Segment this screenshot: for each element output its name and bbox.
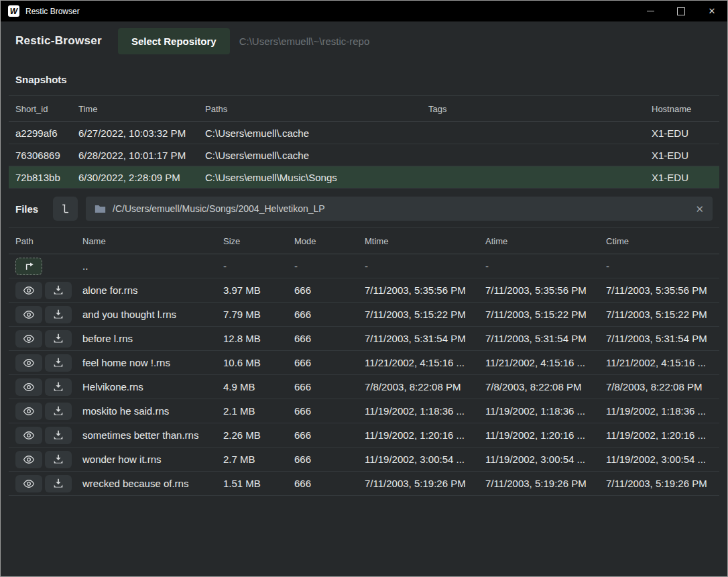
file-size: 2.26 MB — [217, 429, 288, 441]
file-size: 2.7 MB — [217, 454, 288, 465]
download-file-button[interactable] — [45, 282, 72, 299]
file-size: 4.9 MB — [217, 381, 288, 392]
column-header-mtime: Mtime — [358, 236, 479, 246]
files-table-body: ..----- alone for.rns3.97 MB6667/11/2003… — [9, 254, 719, 496]
column-header-name: Name — [76, 236, 217, 246]
minimize-icon — [647, 11, 654, 11]
file-mtime: 7/11/2003, 5:15:22 PM — [358, 309, 479, 320]
close-icon: ✕ — [709, 6, 716, 16]
file-size: 2.1 MB — [217, 405, 288, 417]
select-repository-button[interactable]: Select Repository — [118, 28, 230, 54]
header-toolbar: Restic-Browser Select Repository C:\User… — [1, 21, 727, 60]
file-mode: 666 — [288, 429, 358, 441]
download-icon — [53, 406, 64, 416]
file-actions — [9, 258, 76, 275]
app-window: W Restic Browser ✕ Restic-Browser Select… — [0, 0, 728, 577]
maximize-icon — [677, 7, 685, 15]
download-file-button[interactable] — [45, 475, 72, 492]
tree-view-icon — [60, 203, 71, 215]
preview-file-button[interactable] — [15, 427, 42, 444]
preview-file-button[interactable] — [15, 354, 42, 372]
file-mtime: 11/19/2002, 1:18:36 ... — [358, 405, 479, 417]
file-actions — [9, 282, 76, 299]
file-atime: - — [479, 260, 599, 272]
file-name: sometimes better than.rns — [76, 429, 217, 441]
file-actions — [9, 330, 76, 348]
minimize-button[interactable] — [635, 1, 666, 21]
download-icon — [53, 454, 64, 464]
maximize-button[interactable] — [666, 1, 696, 21]
file-ctime: 7/11/2003, 5:35:56 PM — [599, 284, 719, 296]
download-file-button[interactable] — [45, 451, 72, 468]
download-file-button[interactable] — [45, 378, 72, 396]
preview-file-button[interactable] — [15, 306, 42, 323]
close-button[interactable]: ✕ — [696, 1, 727, 21]
column-header-paths: Paths — [198, 104, 422, 114]
snapshot-hostname: X1-EDU — [645, 172, 719, 183]
window-title: Restic Browser — [25, 7, 80, 16]
file-mode: 666 — [288, 405, 358, 417]
preview-file-button[interactable] — [15, 330, 42, 348]
file-atime: 7/11/2003, 5:19:26 PM — [479, 478, 599, 489]
snapshot-time: 6/27/2022, 10:03:32 PM — [72, 127, 198, 139]
file-actions — [9, 403, 76, 420]
file-atime: 11/19/2002, 3:00:54 ... — [479, 454, 599, 465]
titlebar-left: W Restic Browser — [1, 5, 80, 17]
file-name: Helvikone.rns — [76, 381, 217, 392]
file-mtime: 7/8/2003, 8:22:08 PM — [358, 381, 479, 392]
file-row: and you thought l.rns7.79 MB6667/11/2003… — [9, 303, 719, 327]
file-ctime: 11/21/2002, 4:15:16 ... — [599, 357, 719, 368]
download-file-button[interactable] — [45, 330, 72, 348]
file-name: wonder how it.rns — [76, 454, 217, 465]
file-size: 10.6 MB — [217, 357, 288, 368]
preview-file-button[interactable] — [15, 475, 42, 492]
eye-preview-icon — [23, 382, 35, 392]
file-ctime: 11/19/2002, 1:20:16 ... — [599, 429, 719, 441]
file-name: feel home now !.rns — [76, 357, 217, 368]
file-actions — [9, 475, 76, 492]
preview-file-button[interactable] — [15, 378, 42, 396]
clear-path-button[interactable]: ✕ — [695, 204, 704, 214]
parent-up-arrow-icon — [23, 261, 35, 271]
file-actions — [9, 451, 76, 468]
snapshot-row[interactable]: 72b813bb6/30/2022, 2:28:09 PMC:\Users\em… — [9, 166, 719, 189]
snapshot-short-id: a2299af6 — [9, 127, 72, 139]
file-ctime: 7/11/2003, 5:19:26 PM — [599, 478, 719, 489]
snapshots-table: Short_idTimePathsTagsHostname a2299af66/… — [9, 95, 719, 189]
clear-icon: ✕ — [695, 203, 704, 215]
preview-file-button[interactable] — [15, 403, 42, 420]
column-header-path: Path — [9, 236, 76, 246]
file-actions — [9, 378, 76, 396]
tree-view-toggle-button[interactable] — [53, 197, 78, 221]
file-mode: 666 — [288, 454, 358, 465]
download-icon — [53, 382, 64, 392]
download-file-button[interactable] — [45, 306, 72, 323]
download-file-button[interactable] — [45, 403, 72, 420]
eye-preview-icon — [23, 479, 35, 488]
repository-path: C:\Users\emuell\~\restic-repo — [239, 36, 370, 47]
eye-preview-icon — [23, 334, 35, 344]
file-mtime: 7/11/2003, 5:31:54 PM — [358, 333, 479, 344]
snapshot-short-id: 72b813bb — [9, 172, 72, 183]
download-file-button[interactable] — [45, 427, 72, 444]
window-controls: ✕ — [635, 1, 727, 21]
file-size: 1.51 MB — [217, 478, 288, 489]
app-title: Restic-Browser — [15, 34, 102, 48]
file-mode: - — [288, 260, 358, 272]
snapshot-row[interactable]: 763068696/28/2022, 10:01:17 PMC:\Users\e… — [9, 144, 719, 166]
app-logo-icon: W — [8, 5, 19, 17]
column-header-ctime: Ctime — [599, 236, 719, 246]
preview-file-button[interactable] — [15, 451, 42, 468]
column-header-short_id: Short_id — [9, 104, 72, 114]
download-file-button[interactable] — [45, 354, 72, 372]
file-row: ..----- — [9, 254, 719, 278]
file-name: .. — [76, 260, 217, 272]
snapshot-row[interactable]: a2299af66/27/2022, 10:03:32 PMC:\Users\e… — [9, 122, 719, 144]
file-row: Helvikone.rns4.9 MB6667/8/2003, 8:22:08 … — [9, 375, 719, 399]
file-name: moskito he said.rns — [76, 405, 217, 417]
current-path-bar[interactable]: /C/Users/emuell/Music/Songs/2004_Helveti… — [86, 197, 713, 221]
preview-file-button[interactable] — [15, 282, 42, 299]
file-actions — [9, 306, 76, 323]
eye-preview-icon — [23, 455, 35, 464]
parent-directory-button[interactable] — [15, 258, 42, 275]
